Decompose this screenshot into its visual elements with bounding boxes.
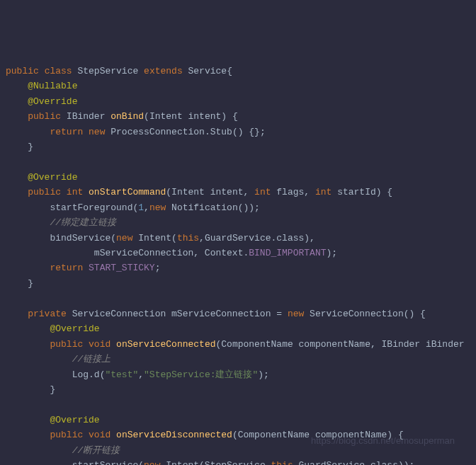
code-line: public void onServiceConnected(Component… xyxy=(50,339,464,350)
code-line: @Override xyxy=(50,323,99,334)
code-line: public class StepService extends Service… xyxy=(6,66,232,76)
code-line: public IBinder onBind(Intent intent) { xyxy=(28,111,237,122)
code-line: @Override xyxy=(50,415,99,425)
code-line: startForeground(1,new Notification()); xyxy=(50,202,259,213)
code-line: mServiceConnection, Context.BIND_IMPORTA… xyxy=(94,248,337,258)
code-line: } xyxy=(28,278,33,289)
code-line: Log.d("test","StepService:建立链接"); xyxy=(72,369,269,380)
code-line: public int onStartCommand(Intent intent,… xyxy=(28,187,392,197)
code-line: @Nullable xyxy=(28,81,77,91)
code-line: startService(new Intent(StepService.this… xyxy=(72,460,415,465)
code-line: } xyxy=(28,142,33,152)
code-line: //链接上 xyxy=(72,354,111,364)
code-line: @Override xyxy=(28,172,77,183)
code-line: } xyxy=(50,384,55,395)
watermark-text: https://blog.csdn.net/emosuperman xyxy=(311,433,455,448)
code-line: //断开链接 xyxy=(72,445,120,456)
code-line: return START_STICKY; xyxy=(50,263,160,273)
code-line: //绑定建立链接 xyxy=(50,217,116,228)
code-editor[interactable]: public class StepService extends Service… xyxy=(6,64,470,465)
code-line: @Override xyxy=(28,96,77,107)
code-line: return new ProcessConnection.Stub() {}; xyxy=(50,127,265,137)
code-line: private ServiceConnection mServiceConnec… xyxy=(28,309,426,319)
code-line: bindService(new Intent(this,GuardService… xyxy=(50,233,315,243)
